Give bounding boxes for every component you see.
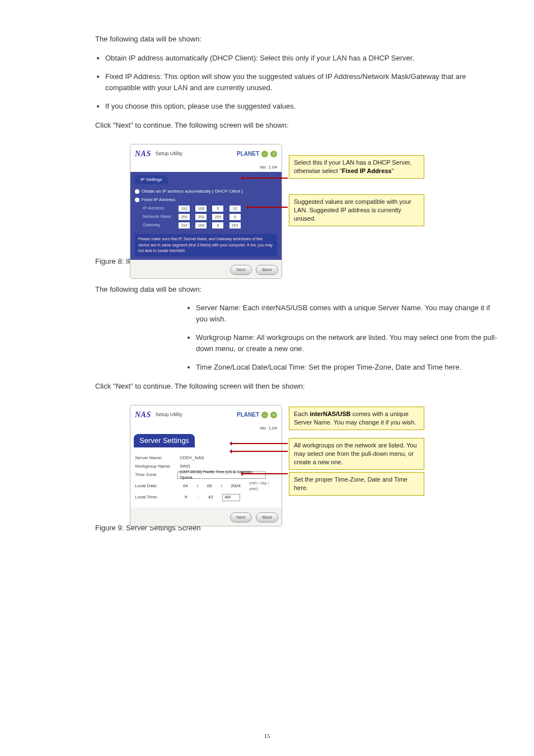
screenshot-ip-settings: NAS Setup Utility PLANET – × Ver. 1.04 I…: [130, 144, 282, 279]
time-minute-input[interactable]: 42: [202, 494, 219, 501]
warning-note: Please make sure that IP, Subnet Mask, a…: [135, 234, 277, 256]
nas-logo: NAS: [135, 148, 151, 160]
gw-octet[interactable]: 168: [195, 222, 207, 228]
list-item: Time Zone/Local Date/Local Time: Set the…: [196, 362, 500, 373]
setup-utility-label: Setup Utility: [156, 150, 182, 158]
list-item: Workgroup Name: All workgroups on the ne…: [196, 332, 500, 354]
setup-utility-label: Setup Utility: [156, 411, 182, 419]
ampm-select[interactable]: AM: [222, 494, 240, 501]
callout-timezone: Set the proper Time-Zone, Date and Time …: [289, 472, 424, 496]
time-hour-input[interactable]: 9: [177, 494, 194, 501]
gw-octet[interactable]: 254: [229, 222, 241, 228]
arrow-icon: [231, 443, 288, 444]
ip-octet[interactable]: 192: [179, 206, 190, 212]
date-hint: (mth / day / year): [249, 480, 277, 492]
ip-octet[interactable]: 168: [195, 206, 207, 212]
arrow-icon: [247, 207, 288, 208]
version-label: Ver. 1.04: [130, 163, 282, 172]
post-paragraph-3: Click "Next" to continue. The following …: [95, 381, 500, 392]
date-month-input[interactable]: 04: [177, 483, 194, 489]
mask-octet[interactable]: 255: [212, 214, 223, 220]
page-number: 15: [0, 731, 534, 741]
back-button[interactable]: Back: [256, 265, 278, 275]
tab-ip-settings[interactable]: IP Settings: [135, 175, 168, 184]
radio-fixed-ip[interactable]: [135, 198, 139, 202]
date-year-input[interactable]: 2004: [226, 483, 246, 489]
callout-workgroup: All workgroups on the network are listed…: [289, 438, 424, 470]
arrow-icon: [242, 178, 288, 179]
mask-octet[interactable]: 255: [195, 214, 207, 220]
intro-bullet-list: Obtain IP address automatically (DHCP Cl…: [95, 53, 500, 112]
server-name-input[interactable]: CDDY_NAS: [177, 455, 243, 461]
ip-octet[interactable]: 0: [212, 206, 223, 212]
mask-octet[interactable]: 255: [179, 214, 190, 220]
gw-octet[interactable]: 0: [212, 222, 223, 228]
callout-suggested: Suggested values are compatible with you…: [289, 194, 424, 226]
back-button[interactable]: Back: [256, 512, 278, 522]
close-icon[interactable]: ×: [270, 412, 277, 418]
post-paragraph-1: Click "Next" to continue. The following …: [95, 120, 500, 131]
mask-octet[interactable]: 0: [229, 214, 241, 220]
next-button[interactable]: Next: [230, 512, 251, 522]
ip-octet[interactable]: 10: [229, 206, 241, 212]
figure-server-settings: NAS Setup Utility PLANET – × Ver. 1.04 S…: [130, 405, 500, 517]
intro-paragraph: The following data will be shown:: [95, 34, 500, 45]
brand-text: PLANET: [237, 410, 259, 419]
close-icon[interactable]: ×: [270, 151, 277, 157]
list-item: Fixed IP Address: This option will show …: [105, 71, 500, 93]
screenshot-server-settings: NAS Setup Utility PLANET – × Ver. 1.04 S…: [130, 405, 282, 526]
tab-server-settings[interactable]: Server Settings: [134, 434, 195, 447]
mid-bullet-list: Server Name: Each interNAS/USB comes wit…: [95, 302, 500, 373]
timezone-select[interactable]: (GMT-08:00) Pacific Time (US & Canada); …: [177, 472, 266, 479]
timezone-label: Time Zone:: [135, 472, 174, 478]
callout-servername: Each interNAS/USB comes with a unique Se…: [289, 407, 424, 430]
list-item: Obtain IP address automatically (DHCP Cl…: [105, 53, 500, 64]
figure-ip-settings: NAS Setup Utility PLANET – × Ver. 1.04 I…: [130, 144, 500, 250]
netmask-label: Network Mask: [143, 213, 176, 220]
radio-dhcp-label: Obtain an IP address automatically ( DHC…: [142, 188, 243, 195]
brand-text: PLANET: [237, 150, 259, 158]
arrow-icon: [242, 473, 288, 474]
minimize-icon[interactable]: –: [261, 412, 268, 418]
arrow-icon: [231, 451, 288, 452]
radio-dhcp[interactable]: [135, 189, 139, 194]
callout-dhcp: Select this if your LAN has a DHCP Serve…: [289, 155, 424, 179]
server-name-label: Server Name:: [135, 455, 174, 461]
workgroup-label: Workgroup Name:: [135, 463, 174, 470]
gw-octet[interactable]: 192: [179, 222, 190, 228]
nas-logo: NAS: [135, 409, 151, 421]
date-day-input[interactable]: 06: [202, 483, 218, 489]
next-button[interactable]: Next: [230, 265, 251, 275]
list-item: Server Name: Each interNAS/USB comes wit…: [196, 302, 500, 324]
version-label: Ver. 1.04: [130, 424, 282, 433]
post-paragraph-2: The following data will be shown:: [95, 284, 500, 295]
minimize-icon[interactable]: –: [261, 151, 268, 157]
radio-fixed-ip-label: Fixed IP Address: [142, 197, 175, 203]
gateway-label: Gateway: [143, 222, 176, 228]
time-label: Local Time:: [135, 494, 174, 501]
ip-address-label: IP Address: [143, 205, 176, 212]
list-item: If you choose this option, please use th…: [105, 101, 500, 112]
date-label: Local Date:: [135, 483, 174, 489]
